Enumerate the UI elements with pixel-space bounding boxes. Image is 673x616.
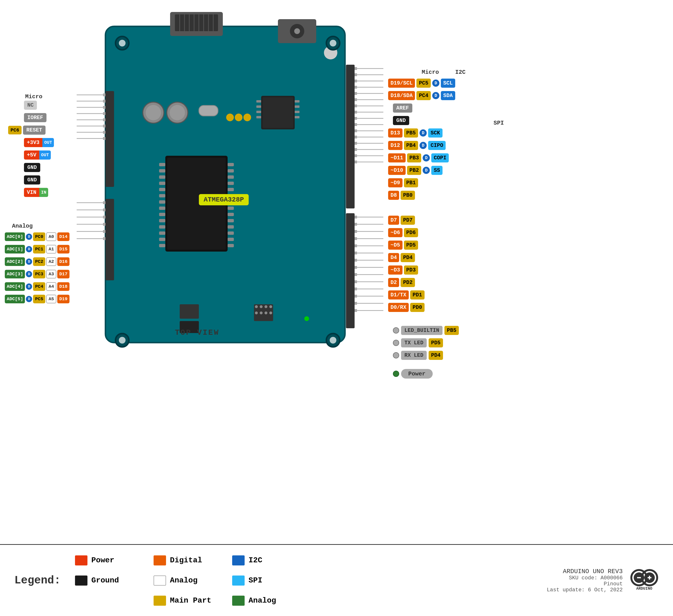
svg-point-20 [119,337,126,344]
pin-d11: ~D11 [388,153,406,163]
pin-gnd1: GND [24,163,40,172]
svg-rect-40 [228,169,234,173]
pin-pc5: PC5 [416,78,431,88]
adc2-d-label: D16 [57,257,69,266]
pin-row-d11: ~D11 PB3 D COPI [388,153,449,163]
pin-row-d2: D2 PD2 [388,278,415,287]
legend-mainpart: Main Part [154,592,230,610]
svg-rect-25 [159,163,165,166]
power-circle [393,371,399,377]
pin-5v: +5V [24,151,39,160]
pin-row-nc: NC [24,100,37,110]
pin-row-adc4: ADC[4] D PC4 A4 D18 [5,281,69,292]
legend-analog-green: Analog [232,592,309,610]
legend-spi-label: SPI [248,576,262,585]
svg-point-70 [243,114,251,121]
pin-row-led-builtin: LED_BUILTIN PB5 [393,326,459,335]
pin-row-adc0: ADC[0] D PC0 A0 D14 [5,231,69,242]
svg-point-18 [330,40,336,46]
pin-row-d9: ~D9 PB1 [388,178,418,187]
adc4-label: ADC[4] [5,282,25,291]
col-header-spi: SPI [493,120,504,126]
svg-text:ARDUINO: ARDUINO [636,587,652,591]
pin-row-gnd1: GND [24,163,40,172]
arduino-info-text: ARDUINO UNO REV3 SKU code: A000066 Pinou… [547,568,623,593]
pin-aref: AREF [393,104,412,113]
pin-pd0: PD0 [410,303,425,312]
pin-d3: ~D3 [388,265,403,274]
atmega-label: ATMEGA328P [199,194,249,205]
adc4-micro: PC4 [33,282,45,291]
product-name: ARDUINO UNO REV3 [547,568,623,575]
pin-pb4: PB4 [404,141,418,150]
svg-rect-86 [103,237,105,240]
led-builtin-circle [393,327,399,334]
svg-rect-50 [228,231,234,235]
legend-digital: Digital [154,551,230,570]
svg-rect-80 [105,199,114,280]
pin-row-3v3: +3V3 OUT [24,138,54,147]
pin-row-5v: +5V OUT [24,151,51,160]
micro-label-left: Micro [25,93,42,100]
pin-led-builtin: LED_BUILTIN [401,326,443,335]
adc2-label: ADC[2] [5,257,25,266]
svg-rect-78 [103,131,105,134]
svg-rect-43 [228,188,234,191]
svg-point-13 [294,28,300,34]
svg-rect-55 [256,100,261,102]
legend-spi-swatch [232,576,245,586]
svg-rect-37 [159,238,165,241]
svg-rect-29 [159,188,165,191]
pin-d4: D4 [388,253,399,262]
sku-code: SKU code: A000066 [547,575,623,581]
svg-rect-47 [228,213,234,216]
adc2-d: D [26,258,32,265]
analog-pins-group: ADC[0] D PC0 A0 D14 ADC[1] D PC1 A1 D15 … [5,231,69,306]
pin-pd2: PD2 [401,278,415,287]
legend-analog-white: Analog [154,572,230,590]
pin-sck: SCK [428,129,443,138]
adc5-an: A5 [46,295,56,303]
svg-rect-82 [103,208,105,211]
pin-row-reset: PC6 RESET [8,126,45,135]
pin-row-tx-led: TX LED PD5 [393,338,443,348]
svg-point-127 [260,312,263,315]
pin-pd3: PD3 [404,265,418,274]
svg-rect-84 [103,223,105,226]
svg-rect-104 [346,213,355,328]
pin-tx-led: TX LED [401,338,427,348]
legend-ground-swatch [75,576,87,586]
adc3-d-label: D17 [57,270,69,278]
adc5-label: ADC[5] [5,295,25,303]
adc4-d: D [26,283,32,290]
svg-point-68 [226,114,234,121]
pin-d2: D2 [388,278,399,287]
pin-d0rx: D0/RX [388,303,409,312]
pin-row-d4: D4 PD4 [388,253,415,262]
pin-row-d5: ~D5 PD5 [388,240,418,250]
pin-row-ioref: IOREF [24,113,46,122]
svg-rect-119 [180,304,199,319]
adc5-d-label: D19 [57,295,69,303]
pin-power-label: Power [401,369,433,379]
pin-gnd2: GND [24,175,40,185]
adc0-label: ADC[0] [5,232,25,241]
svg-point-129 [269,312,272,315]
adc3-an: A3 [46,270,56,278]
svg-rect-76 [103,119,105,121]
svg-rect-30 [159,194,165,197]
pin-d9: ~D9 [388,178,403,187]
svg-rect-72 [103,93,105,96]
svg-rect-73 [103,100,105,102]
pin-rx-pd4: PD4 [429,351,443,360]
pin-d10-d: D [423,167,430,174]
adc1-micro: PC1 [33,245,45,253]
pin-row-aref: AREF [393,104,412,113]
svg-point-128 [264,312,267,315]
svg-point-123 [260,305,263,308]
top-view-label: TOP VIEW [175,328,219,337]
pin-rx-led: RX LED [401,351,427,360]
pin-row-adc3: ADC[3] D PC3 A3 D17 [5,269,69,279]
legend-digital-swatch [154,555,166,566]
pin-d6: ~D6 [388,228,403,237]
